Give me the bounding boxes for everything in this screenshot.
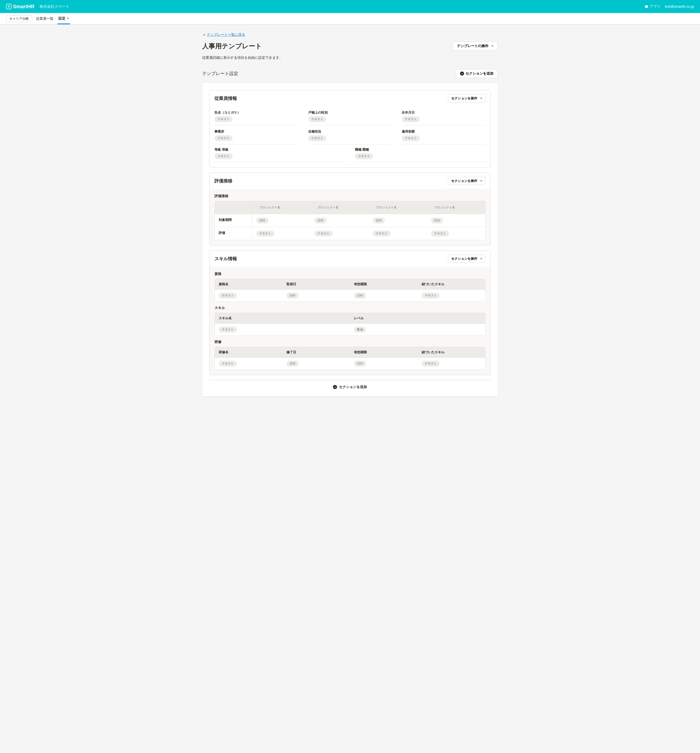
cell-type-chip: テキスト <box>219 361 237 367</box>
logo[interactable]: S SmartHR <box>6 4 34 9</box>
cell-type-chip: テキスト <box>422 361 440 367</box>
cell-type-chip: テキスト <box>219 293 237 298</box>
cell-type-chip: 日付 <box>315 218 326 223</box>
table-header-row: プロジェクト名 プロジェクト名 プロジェクト名 プロジェクト名 <box>215 201 485 214</box>
field-item: 雇用形態 テキスト <box>402 129 485 144</box>
subsection-title: 資格 <box>215 272 485 276</box>
tab-settings[interactable]: 設定 <box>58 13 70 24</box>
add-section-button[interactable]: ＋ セクションを追加 <box>456 69 498 78</box>
tab-employees[interactable]: 従業員一覧 <box>35 14 55 24</box>
qualification-table: 資格名 取得日 有効期限 紐づいたスキル テキスト 日付 日付 テキスト <box>215 279 485 302</box>
cell-type-chip: 日付 <box>354 361 366 367</box>
section-title: 従業員情報 <box>215 95 237 101</box>
section-ops-button[interactable]: セクションを操作 <box>448 255 485 262</box>
field-label: 等級.等級 <box>215 147 345 152</box>
subsection-title: 研修 <box>215 340 485 344</box>
column-header: 有効期限 <box>350 347 418 358</box>
cell-type-chip: テキスト <box>219 327 237 333</box>
page-description: 従業員詳細に表示する項目を自由に設定できます。 <box>202 56 498 60</box>
logo-text: SmartHR <box>13 4 34 9</box>
plus-circle-icon: ＋ <box>460 72 464 75</box>
plus-circle-icon: ＋ <box>333 385 337 389</box>
field-label: 生年月日 <box>402 110 485 115</box>
column-header: レベル <box>350 313 485 323</box>
logo-badge-icon: S <box>6 4 11 9</box>
chevron-down-icon <box>67 18 69 19</box>
back-link[interactable]: テンプレート一覧に戻る <box>202 33 245 37</box>
cell-type-chip: 日付 <box>373 218 385 223</box>
training-table: 研修名 修了日 有効期限 紐づいたスキル テキスト 日付 日付 テキスト <box>215 347 485 370</box>
chevron-down-icon <box>480 180 482 181</box>
column-header-chip: プロジェクト名 <box>373 205 400 210</box>
user-email[interactable]: test@smarthr.co.jp <box>665 5 694 8</box>
column-header-chip: プロジェクト名 <box>315 205 341 210</box>
section-ops-button[interactable]: セクションを操作 <box>448 177 485 185</box>
column-header: 修了日 <box>282 347 350 358</box>
field-type-chip: テキスト <box>308 116 326 122</box>
column-header: 資格名 <box>215 279 282 289</box>
cell-type-chip: 日付 <box>431 218 443 223</box>
field-item: 職種.職種 テキスト <box>355 147 485 162</box>
template-settings-heading: テンプレート設定 <box>202 70 238 77</box>
field-item: 戸籍上の性別 テキスト <box>308 110 392 125</box>
field-item: 生年月日 テキスト <box>402 110 485 125</box>
cell-type-chip: テキスト <box>431 231 449 236</box>
column-header: 研修名 <box>215 347 282 358</box>
column-header: 取得日 <box>282 279 350 289</box>
panel: 従業員情報 セクションを操作 氏名（ヨミガナ） テキスト 戸籍上の性別 テキスト <box>202 83 498 396</box>
apps-menu[interactable]: アプリ <box>645 4 660 9</box>
table-row: テキスト 数値 <box>215 323 485 336</box>
chevron-down-icon <box>480 98 482 99</box>
column-header: スキル名 <box>215 313 350 323</box>
section-ops-button[interactable]: セクションを操作 <box>448 94 485 102</box>
subsection-title: スキル <box>215 306 485 310</box>
field-label: 職種.職種 <box>355 147 485 152</box>
nav-tabs: キャリア台帳 従業員一覧 設定 <box>0 13 700 25</box>
chevron-down-icon <box>491 45 494 47</box>
field-item: 等級.等級 テキスト <box>215 147 345 162</box>
section-employee-info: 従業員情報 セクションを操作 氏名（ヨミガナ） テキスト 戸籍上の性別 テキスト <box>209 90 491 168</box>
tab-settings-label: 設定 <box>59 16 65 21</box>
field-type-chip: テキスト <box>215 135 232 141</box>
cell-type-chip: 日付 <box>287 361 298 367</box>
toolbox-icon <box>645 5 648 8</box>
section-title: 評価推移 <box>215 178 232 184</box>
section-skill-info: スキル情報 セクションを操作 資格 資格名 取得日 有効期限 紐づいたスキル <box>209 250 491 375</box>
field-label: 氏名（ヨミガナ） <box>215 110 298 115</box>
column-header: 紐づいたスキル <box>418 279 485 289</box>
subsection-title: 評価推移 <box>215 194 485 198</box>
company-name: 株式会社スマート <box>39 4 70 9</box>
field-item: 氏名（ヨミガナ） テキスト <box>215 110 298 125</box>
page-title: 人事用テンプレート <box>202 42 262 50</box>
table-header-row: 研修名 修了日 有効期限 紐づいたスキル <box>215 347 485 358</box>
field-label: 在籍状況 <box>308 129 392 134</box>
field-type-chip: テキスト <box>215 153 232 159</box>
add-section-footer-button[interactable]: ＋ セクションを追加 <box>333 385 367 389</box>
column-header-chip: プロジェクト名 <box>431 205 458 210</box>
field-item: 事業所 テキスト <box>215 129 298 144</box>
template-actions-button[interactable]: テンプレートの操作 <box>453 42 498 50</box>
row-header: 対象期間 <box>215 214 252 227</box>
panel-footer: ＋ セクションを追加 <box>209 380 491 389</box>
field-type-chip: テキスト <box>402 116 420 122</box>
field-type-chip: テキスト <box>355 153 373 159</box>
table-header-row: 資格名 取得日 有効期限 紐づいたスキル <box>215 279 485 289</box>
main-container: テンプレート一覧に戻る 人事用テンプレート テンプレートの操作 従業員詳細に表示… <box>196 25 504 422</box>
column-header-chip: プロジェクト名 <box>256 205 283 210</box>
chevron-down-icon <box>480 258 482 259</box>
skill-table: スキル名 レベル テキスト 数値 <box>215 313 485 336</box>
table-row: テキスト 日付 日付 テキスト <box>215 289 485 302</box>
field-type-chip: テキスト <box>402 135 420 141</box>
table-row: 評価 テキスト テキスト テキスト テキスト <box>215 227 485 240</box>
table-header-row: スキル名 レベル <box>215 313 485 323</box>
section-evaluation: 評価推移 セクションを操作 評価推移 プロジェクト名 プロジェクト名 プロジェク… <box>209 173 491 245</box>
column-header: 紐づいたスキル <box>418 347 485 358</box>
field-label: 戸籍上の性別 <box>308 110 392 115</box>
cell-type-chip: 日付 <box>354 293 366 298</box>
tab-career[interactable]: キャリア台帳 <box>6 15 32 22</box>
top-bar: S SmartHR 株式会社スマート アプリ test@smarthr.co.j… <box>0 0 700 13</box>
cell-type-chip: 日付 <box>287 293 298 298</box>
arrow-left-icon <box>202 33 206 36</box>
evaluation-table: プロジェクト名 プロジェクト名 プロジェクト名 プロジェクト名 対象期間 日付 … <box>215 201 485 240</box>
cell-type-chip: 数値 <box>354 327 366 333</box>
